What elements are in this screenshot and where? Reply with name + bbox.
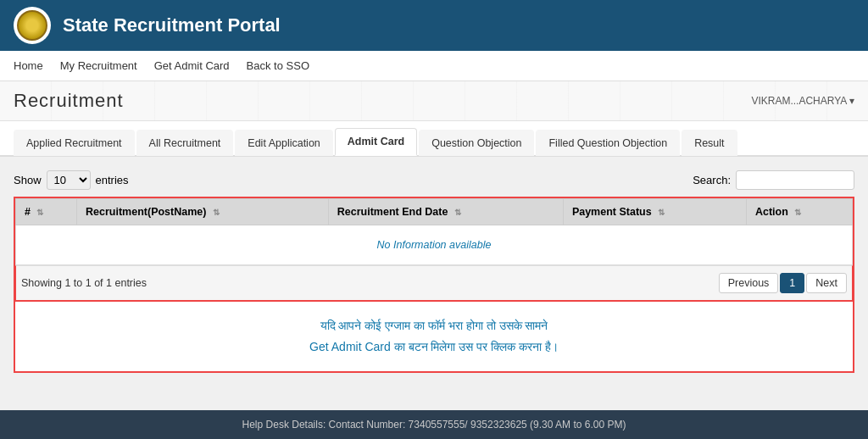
tabs-container: Applied Recruitment All Recruitment Edit… xyxy=(0,121,868,157)
tab-admit-card[interactable]: Admit Card xyxy=(335,128,417,156)
search-container: Search: xyxy=(693,170,854,190)
page-1-button[interactable]: 1 xyxy=(780,273,804,293)
nav-home[interactable]: Home xyxy=(14,53,43,79)
prev-button[interactable]: Previous xyxy=(719,273,779,293)
pagination-row: Showing 1 to 1 of 1 entries Previous 1 N… xyxy=(15,265,853,301)
search-input[interactable] xyxy=(736,170,854,190)
nav-back-to-sso[interactable]: Back to SSO xyxy=(247,53,309,79)
page-title-area: Recruitment VIKRAM...ACHARYA ▾ xyxy=(0,81,868,121)
main-navbar: Home My Recruitment Get Admit Card Back … xyxy=(0,51,868,81)
sort-icon-action: ⇅ xyxy=(794,208,801,217)
entries-select[interactable]: 10 25 50 100 xyxy=(47,170,91,190)
tab-question-objection[interactable]: Question Objection xyxy=(419,130,534,156)
no-data-message: No Information available xyxy=(377,239,492,251)
tab-edit-application[interactable]: Edit Application xyxy=(235,130,332,156)
site-header: State Recruitment Portal xyxy=(0,0,868,51)
main-content: Show 10 25 50 100 entries Search: # ⇅ xyxy=(0,157,868,386)
col-action: Action ⇅ xyxy=(746,199,852,225)
tab-filled-question-objection[interactable]: Filled Question Objection xyxy=(536,130,680,156)
no-data-row: No Information available xyxy=(16,225,853,265)
search-label: Search: xyxy=(693,174,731,186)
info-line-1: यदि आपने कोई एग्जाम का फॉर्म भरा होगा तो… xyxy=(29,315,839,336)
table-wrapper: # ⇅ Recruitment(PostName) ⇅ Recruitment … xyxy=(14,197,854,373)
page-title: Recruitment xyxy=(14,90,124,112)
sort-icon-postname: ⇅ xyxy=(213,208,220,217)
table-header-row: # ⇅ Recruitment(PostName) ⇅ Recruitment … xyxy=(16,199,853,225)
sort-icon-enddate: ⇅ xyxy=(454,208,461,217)
col-payment-status: Payment Status ⇅ xyxy=(563,199,746,225)
pagination-info: Showing 1 to 1 of 1 entries xyxy=(21,277,147,289)
col-end-date: Recruitment End Date ⇅ xyxy=(328,199,563,225)
info-line-2: Get Admit Card का बटन मिलेगा उस पर क्लिक… xyxy=(29,336,839,358)
site-title: State Recruitment Portal xyxy=(63,14,281,36)
entries-label: entries xyxy=(96,174,129,186)
show-entries: Show 10 25 50 100 entries xyxy=(14,170,129,190)
nav-get-admit-card[interactable]: Get Admit Card xyxy=(154,53,230,79)
next-button[interactable]: Next xyxy=(806,273,847,293)
recruitment-table: # ⇅ Recruitment(PostName) ⇅ Recruitment … xyxy=(15,198,853,265)
pagination-controls: Previous 1 Next xyxy=(719,273,847,293)
nav-my-recruitment[interactable]: My Recruitment xyxy=(60,53,137,79)
tab-all-recruitment[interactable]: All Recruitment xyxy=(136,130,234,156)
tab-result[interactable]: Result xyxy=(682,130,737,156)
sort-icon-payment: ⇅ xyxy=(658,208,665,217)
table-controls: Show 10 25 50 100 entries Search: xyxy=(14,170,854,190)
logo-image xyxy=(17,10,47,41)
tab-applied-recruitment[interactable]: Applied Recruitment xyxy=(14,130,135,156)
show-label: Show xyxy=(14,174,42,186)
col-number: # ⇅ xyxy=(16,199,77,225)
user-info[interactable]: VIKRAM...ACHARYA ▾ xyxy=(751,95,854,107)
col-post-name: Recruitment(PostName) ⇅ xyxy=(77,199,329,225)
sort-icon-number: ⇅ xyxy=(36,208,43,217)
site-logo xyxy=(14,7,51,44)
user-name: VIKRAM...ACHARYA ▾ xyxy=(751,95,854,107)
info-message: यदि आपने कोई एग्जाम का फॉर्म भरा होगा तो… xyxy=(15,301,853,371)
